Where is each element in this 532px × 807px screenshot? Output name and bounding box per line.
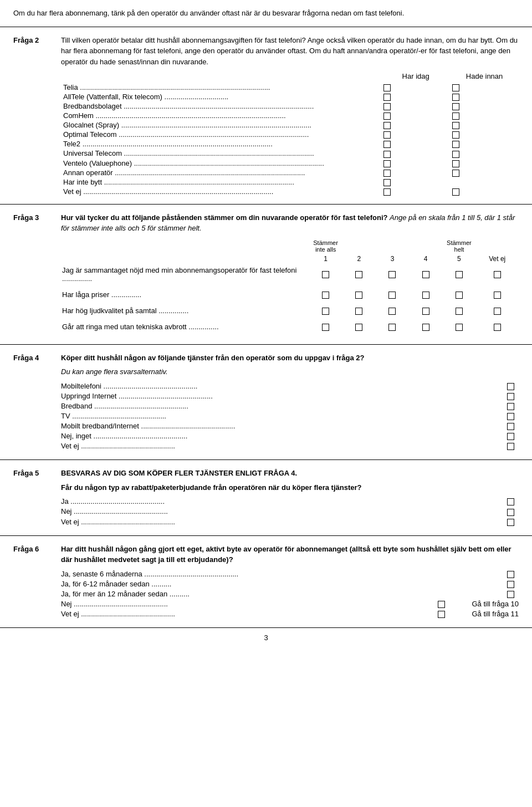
checkbox-har-idag-5[interactable] xyxy=(381,130,450,139)
checkbox-fraga3-row1-col4[interactable] xyxy=(442,288,475,301)
checkbox-fraga4-0[interactable] xyxy=(502,382,519,390)
fraga2-section: Fråga 2 Till vilken operatör betalar dit… xyxy=(0,27,532,205)
checkbox-hade-innan-4[interactable] xyxy=(450,120,519,130)
checkbox-fraga3-row0-col0[interactable] xyxy=(309,264,342,285)
checkbox-fraga4-2[interactable] xyxy=(502,402,519,410)
fraga4-item-2: Bredband ...............................… xyxy=(61,402,519,410)
checkbox-har-idag-10[interactable] xyxy=(381,177,450,187)
checkbox-fraga6-2[interactable] xyxy=(502,590,519,598)
fraga4-item-5: Nej, inget .............................… xyxy=(61,432,519,440)
fraga2-question: Till vilken operatör betalar ditt hushål… xyxy=(61,35,519,68)
checkbox-fraga3-row1-col1[interactable] xyxy=(342,288,376,301)
fraga4-item-6: Vet ej .................................… xyxy=(61,442,519,450)
fraga2-label: Fråga 2 xyxy=(0,35,61,196)
intro-section: Om du har flera abonnemang, tänk på den … xyxy=(0,0,532,27)
checkbox-har-idag-3[interactable] xyxy=(381,111,450,120)
checkbox-hade-innan-1[interactable] xyxy=(450,92,519,101)
har-idag-header: Har idag xyxy=(381,71,450,83)
fraga6-content: Har ditt hushåll någon gång gjort ett eg… xyxy=(61,544,532,620)
checkbox-fraga4-4[interactable] xyxy=(502,422,519,430)
fraga3-section: Fråga 3 Hur väl tycker du att följande p… xyxy=(0,205,532,345)
fraga3-content: Hur väl tycker du att följande påstående… xyxy=(61,212,532,336)
checkbox-har-idag-7[interactable] xyxy=(381,149,450,158)
fraga6-item-1: Ja, för 6-12 månader sedan .......... xyxy=(61,580,519,588)
checkbox-fraga3-row2-col0[interactable] xyxy=(309,304,342,317)
fraga2-content: Till vilken operatör betalar ditt hushål… xyxy=(61,35,532,196)
checkbox-har-idag-9[interactable] xyxy=(381,168,450,177)
checkbox-fraga3-row2-col5[interactable] xyxy=(476,304,519,317)
checkbox-har-idag-8[interactable] xyxy=(381,159,450,168)
fraga2-table: Har idag Hade innan Telia ..............… xyxy=(61,71,519,196)
fraga3-question: Hur väl tycker du att följande påstående… xyxy=(61,212,519,234)
fraga5-content: BESVARAS AV DIG SOM KÖPER FLER TJÄNSTER … xyxy=(61,468,532,527)
checkbox-fraga3-row2-col3[interactable] xyxy=(409,304,442,317)
checkbox-fraga3-row2-col1[interactable] xyxy=(342,304,376,317)
checkbox-fraga3-row3-col3[interactable] xyxy=(409,320,442,333)
intro-text: Om du har flera abonnemang, tänk på den … xyxy=(13,9,404,17)
hade-innan-header: Hade innan xyxy=(450,71,519,83)
checkbox-fraga4-3[interactable] xyxy=(502,412,519,420)
checkbox-fraga3-row0-col1[interactable] xyxy=(342,264,376,285)
fraga4-question: Köper ditt hushåll någon av följande tjä… xyxy=(61,353,519,364)
checkbox-hade-innan-9[interactable] xyxy=(450,168,519,177)
checkbox-fraga3-row0-col3[interactable] xyxy=(409,264,442,285)
fraga3-table: Stämmerinte alls Stämmerhelt 1 2 3 4 5 xyxy=(61,238,519,336)
checkbox-hade-innan-6[interactable] xyxy=(450,139,519,149)
checkbox-fraga3-row0-col4[interactable] xyxy=(442,264,475,285)
checkbox-fraga4-5[interactable] xyxy=(502,432,519,440)
checkbox-fraga3-row1-col0[interactable] xyxy=(309,288,342,301)
checkbox-fraga6-1[interactable] xyxy=(502,580,519,588)
fraga3-label: Fråga 3 xyxy=(0,212,61,336)
fraga6-item-2: Ja, för mer än 12 månader sedan ........… xyxy=(61,590,519,598)
fraga4-item-3: TV .....................................… xyxy=(61,412,519,420)
fraga6-item-3: Nej ....................................… xyxy=(61,600,519,608)
checkbox-fraga5-2[interactable] xyxy=(502,518,519,526)
checkbox-fraga5-1[interactable] xyxy=(502,507,519,515)
checkbox-fraga3-row3-col4[interactable] xyxy=(442,320,475,333)
fraga6-item-0: Ja, senaste 6 månaderna ................… xyxy=(61,570,519,578)
page-number: 3 xyxy=(0,628,532,644)
checkbox-fraga5-0[interactable] xyxy=(502,497,519,505)
checkbox-fraga3-row3-col2[interactable] xyxy=(376,320,409,333)
checkbox-hade-innan-11[interactable] xyxy=(450,187,519,196)
checkbox-har-idag-0[interactable] xyxy=(381,83,450,92)
fraga6-section: Fråga 6 Har ditt hushåll någon gång gjor… xyxy=(0,536,532,628)
checkbox-fraga4-6[interactable] xyxy=(502,442,519,450)
checkbox-har-idag-4[interactable] xyxy=(381,120,450,130)
fraga5-question: Får du någon typ av rabatt/paketerbjudan… xyxy=(61,482,519,493)
checkbox-fraga3-row2-col4[interactable] xyxy=(442,304,475,317)
checkbox-har-idag-1[interactable] xyxy=(381,92,450,101)
fraga5-section: Fråga 5 BESVARAS AV DIG SOM KÖPER FLER T… xyxy=(0,460,532,535)
checkbox-fraga3-row1-col2[interactable] xyxy=(376,288,409,301)
fraga6-label: Fråga 6 xyxy=(0,544,61,620)
checkbox-har-idag-6[interactable] xyxy=(381,139,450,149)
checkbox-fraga6-0[interactable] xyxy=(502,570,519,578)
checkbox-fraga3-row2-col2[interactable] xyxy=(376,304,409,317)
checkbox-hade-innan-3[interactable] xyxy=(450,111,519,120)
stammer-helt-header: Stämmerhelt xyxy=(442,238,475,254)
checkbox-hade-innan-7[interactable] xyxy=(450,149,519,158)
checkbox-fraga3-row1-col5[interactable] xyxy=(476,288,519,301)
fraga4-sub: Du kan ange flera svarsalternativ. xyxy=(61,366,519,377)
checkbox-fraga3-row3-col0[interactable] xyxy=(309,320,342,333)
checkbox-fraga4-1[interactable] xyxy=(502,392,519,400)
goto-label-3: Gå till fråga 10 xyxy=(472,600,519,608)
fraga5-label: Fråga 5 xyxy=(0,468,61,527)
checkbox-fraga3-row3-col1[interactable] xyxy=(342,320,376,333)
checkbox-hade-innan-8[interactable] xyxy=(450,159,519,168)
checkbox-fraga3-row0-col2[interactable] xyxy=(376,264,409,285)
checkbox-hade-innan-5[interactable] xyxy=(450,130,519,139)
checkbox-har-idag-2[interactable] xyxy=(381,101,450,111)
checkbox-hade-innan-2[interactable] xyxy=(450,101,519,111)
checkbox-fraga3-row0-col5[interactable] xyxy=(476,264,519,285)
fraga4-label: Fråga 4 xyxy=(0,353,61,452)
goto-label-4: Gå till fråga 11 xyxy=(472,610,519,618)
checkbox-fraga3-row1-col3[interactable] xyxy=(409,288,442,301)
checkbox-fraga6-4[interactable] xyxy=(433,610,449,618)
checkbox-fraga3-row3-col5[interactable] xyxy=(476,320,519,333)
checkbox-fraga6-3[interactable] xyxy=(433,600,449,608)
fraga4-section: Fråga 4 Köper ditt hushåll någon av följ… xyxy=(0,345,532,460)
checkbox-hade-innan-0[interactable] xyxy=(450,83,519,92)
checkbox-har-idag-11[interactable] xyxy=(381,187,450,196)
fraga5-heading: BESVARAS AV DIG SOM KÖPER FLER TJÄNSTER … xyxy=(61,468,519,479)
